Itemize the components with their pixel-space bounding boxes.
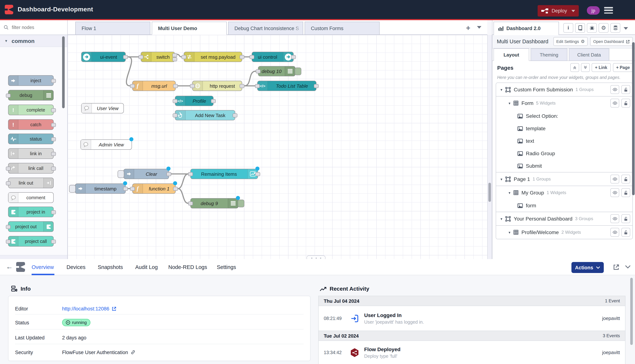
eye-icon[interactable] [610, 85, 619, 94]
chain-link-icon[interactable] [131, 350, 136, 355]
chevron-down-icon[interactable]: ▾ [509, 230, 510, 234]
output-port[interactable] [173, 187, 178, 191]
flow-node-remaining-items-chart[interactable]: Remaining Items [190, 169, 258, 179]
palette-node-debug[interactable]: debug [8, 90, 54, 100]
output-port[interactable] [51, 123, 56, 127]
flow-node-admin-view-comment[interactable]: Admin View [81, 140, 132, 150]
tree-widget-template[interactable]: template [496, 122, 632, 135]
output-port[interactable] [51, 152, 56, 156]
input-port[interactable] [181, 55, 186, 59]
tab-audit-log[interactable]: Audit Log [135, 259, 158, 275]
tree-widget-text[interactable]: text [496, 135, 632, 147]
open-dashboard-button[interactable]: Open Dashboard [590, 37, 633, 46]
output-port[interactable] [233, 114, 237, 118]
tab-client-data[interactable]: Client Data [569, 48, 609, 61]
tab-node-red-logs[interactable]: Node-RED Logs [168, 259, 207, 275]
activity-event-user-logged-in[interactable]: 08:21:49 User Logged In User 'joepavitt'… [319, 306, 625, 330]
output-port[interactable] [51, 108, 56, 112]
input-port[interactable] [130, 84, 135, 88]
input-port[interactable] [190, 84, 195, 88]
add-link-button[interactable]: + Link [592, 63, 610, 72]
palette-node-inject[interactable]: inject [8, 75, 54, 86]
eye-icon[interactable] [610, 188, 619, 197]
input-port[interactable] [173, 114, 177, 118]
output-port[interactable] [240, 84, 244, 88]
tab-settings[interactable]: Settings [217, 259, 236, 275]
tree-page-page1[interactable]: ▾ Page 11 Groups [496, 172, 632, 186]
chevron-down-icon[interactable]: ▾ [509, 190, 510, 195]
tree-page-your-personal-dashboard[interactable]: ▾ Your Personal Dashboard3 Groups [496, 212, 632, 225]
chevron-down-icon[interactable]: ▾ [509, 101, 510, 105]
input-port[interactable] [6, 240, 11, 244]
palette-node-link-in[interactable]: link in [8, 148, 54, 159]
flow-node-http-request[interactable]: http request [192, 81, 242, 91]
flow-node-function1[interactable]: f function 1 [132, 184, 176, 194]
deploy-button[interactable]: Deploy [538, 5, 579, 16]
input-port[interactable] [188, 202, 193, 206]
input-port[interactable] [256, 69, 261, 74]
eye-icon[interactable] [610, 99, 619, 108]
tree-widget-submit[interactable]: Submit [496, 160, 632, 172]
flow-node-todo-list-table[interactable]: </> Todo List Table [257, 81, 316, 91]
inject-button[interactable] [69, 185, 76, 193]
flow-node-ui-control[interactable]: ui control [252, 52, 294, 62]
input-port[interactable] [250, 55, 254, 59]
palette-node-project-out[interactable]: project out [8, 221, 54, 232]
flow-node-debug9[interactable]: debug 9 [190, 198, 239, 208]
unlock-icon[interactable] [621, 99, 630, 108]
canvas-scrollbar-track[interactable] [487, 35, 492, 259]
deploy-caret-icon[interactable] [571, 10, 575, 12]
external-link-icon[interactable] [112, 306, 117, 311]
input-port[interactable] [173, 99, 177, 103]
canvas-scrollbar-thumb[interactable] [488, 183, 491, 202]
open-editor-icon[interactable] [613, 264, 619, 270]
panel-scrollbar-thumb[interactable] [630, 278, 633, 345]
editor-link[interactable]: http://localhost:12086 [62, 306, 109, 311]
output-port[interactable] [291, 55, 296, 59]
output-port[interactable] [211, 99, 216, 103]
output-port[interactable] [123, 55, 128, 59]
help-book-icon[interactable] [575, 23, 585, 33]
input-port[interactable] [6, 94, 11, 98]
flow-tab-custom-forms[interactable]: Custom Forms [305, 22, 380, 35]
palette-node-comment[interactable]: comment [8, 192, 54, 203]
flow-node-profile[interactable]: </> Profile [175, 96, 214, 106]
input-port[interactable] [6, 225, 11, 229]
output-port[interactable] [51, 166, 56, 170]
tree-group-profile-welcome[interactable]: ▾ Profile/Welcome2 Widgets [496, 226, 632, 239]
chevron-down-icon[interactable]: ▾ [501, 88, 502, 92]
flow-node-user-view-comment[interactable]: User View [81, 103, 124, 114]
eye-icon[interactable] [610, 214, 619, 223]
palette-node-link-out[interactable]: link out [8, 178, 54, 188]
info-icon[interactable]: i [563, 23, 573, 33]
output-port[interactable] [173, 84, 178, 88]
tree-group-my-group[interactable]: ▾ My Group1 Widgets [496, 186, 632, 199]
output-port[interactable] [240, 55, 244, 59]
unlock-icon[interactable] [621, 188, 630, 197]
output-port-1[interactable] [172, 53, 177, 57]
collapse-panel-chevron-icon[interactable] [625, 265, 630, 268]
activity-event-flow-deployed[interactable]: 13:34:42 Flow Deployed Deploy type 'full… [319, 341, 625, 364]
unlock-icon[interactable] [621, 214, 630, 223]
output-port[interactable] [51, 240, 56, 244]
flow-canvas[interactable]: ui-event switch set msg.payload [68, 35, 487, 259]
context-stack-icon[interactable] [610, 23, 620, 33]
unlock-icon[interactable] [621, 85, 630, 94]
flow-node-set-msg-payload[interactable]: set msg.payload [184, 52, 242, 62]
unlock-icon[interactable] [621, 175, 630, 184]
flow-node-timestamp-inject[interactable]: timestamp [75, 184, 126, 194]
input-port[interactable] [130, 187, 135, 191]
add-page-button[interactable]: + Page [613, 63, 633, 72]
tab-overview[interactable]: Overview [32, 259, 54, 275]
output-port[interactable] [51, 210, 56, 214]
collapse-all-button[interactable] [570, 63, 579, 72]
palette-node-link-call[interactable]: link call [8, 163, 54, 174]
sidebar-menu-caret-icon[interactable] [623, 27, 628, 30]
output-port[interactable] [51, 79, 56, 83]
tab-theming[interactable]: Theming [531, 48, 567, 61]
panel-drag-handle[interactable] [306, 256, 326, 259]
flowfuse-logo-icon[interactable] [5, 5, 13, 14]
tab-snapshots[interactable]: Snapshots [98, 259, 123, 275]
output-port-2[interactable] [172, 57, 177, 61]
palette-node-project-in[interactable]: project in [8, 206, 54, 217]
